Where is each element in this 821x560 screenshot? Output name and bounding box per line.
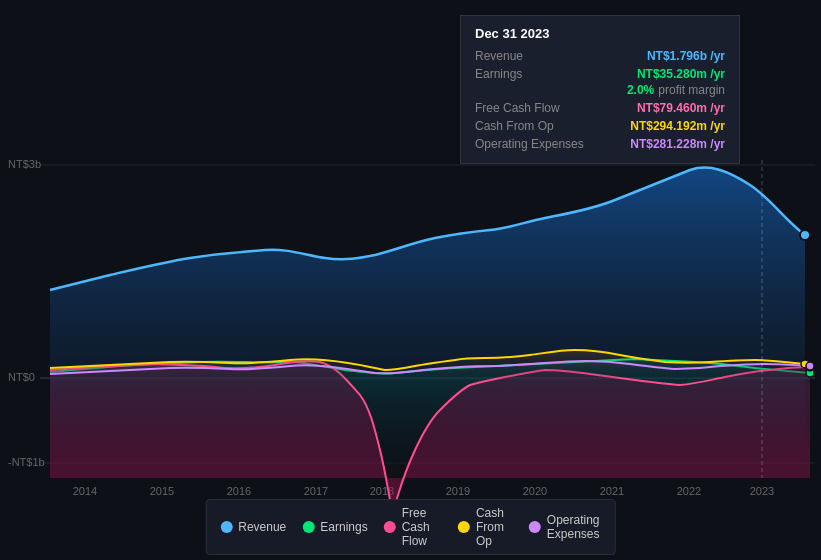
tooltip-date: Dec 31 2023	[475, 26, 725, 41]
revenue-value: NT$1.796b /yr	[647, 49, 725, 63]
legend-item-fcf[interactable]: Free Cash Flow	[384, 506, 442, 548]
legend-item-earnings[interactable]: Earnings	[302, 520, 367, 534]
svg-point-22	[806, 362, 814, 370]
earnings-label: Earnings	[475, 67, 595, 81]
svg-text:2016: 2016	[227, 485, 251, 497]
svg-text:NT$0: NT$0	[8, 371, 35, 383]
svg-text:2019: 2019	[446, 485, 470, 497]
cashfromop-dot	[458, 521, 470, 533]
legend-item-revenue[interactable]: Revenue	[220, 520, 286, 534]
svg-text:2014: 2014	[73, 485, 97, 497]
chart-container: Dec 31 2023 Revenue NT$1.796b /yr Earnin…	[0, 0, 821, 560]
svg-text:2020: 2020	[523, 485, 547, 497]
fcf-label: Free Cash Flow	[475, 101, 595, 115]
profit-label: profit margin	[658, 83, 725, 97]
opex-label: Operating Expenses	[475, 137, 595, 151]
fcf-value: NT$79.460m /yr	[637, 101, 725, 115]
svg-point-18	[800, 230, 810, 240]
earnings-dot	[302, 521, 314, 533]
revenue-dot	[220, 521, 232, 533]
legend-label-revenue: Revenue	[238, 520, 286, 534]
legend-label-fcf: Free Cash Flow	[402, 506, 442, 548]
legend-item-cashfromop[interactable]: Cash From Op	[458, 506, 513, 548]
profit-pct: 2.0%	[627, 83, 654, 97]
tooltip-row-opex: Operating Expenses NT$281.228m /yr	[475, 135, 725, 153]
profit-margin-row: 2.0% profit margin	[475, 83, 725, 99]
svg-text:-NT$1b: -NT$1b	[8, 456, 45, 468]
opex-value: NT$281.228m /yr	[630, 137, 725, 151]
chart-legend: Revenue Earnings Free Cash Flow Cash Fro…	[205, 499, 616, 555]
opex-dot	[529, 521, 541, 533]
svg-text:NT$3b: NT$3b	[8, 158, 41, 170]
tooltip-row-cashfromop: Cash From Op NT$294.192m /yr	[475, 117, 725, 135]
tooltip-box: Dec 31 2023 Revenue NT$1.796b /yr Earnin…	[460, 15, 740, 164]
legend-label-earnings: Earnings	[320, 520, 367, 534]
earnings-value: NT$35.280m /yr	[637, 67, 725, 81]
legend-label-cashfromop: Cash From Op	[476, 506, 513, 548]
svg-text:2017: 2017	[304, 485, 328, 497]
revenue-label: Revenue	[475, 49, 595, 63]
tooltip-row-revenue: Revenue NT$1.796b /yr	[475, 47, 725, 65]
cashfromop-value: NT$294.192m /yr	[630, 119, 725, 133]
svg-text:2022: 2022	[677, 485, 701, 497]
legend-label-opex: Operating Expenses	[547, 513, 601, 541]
cashfromop-label: Cash From Op	[475, 119, 595, 133]
tooltip-row-fcf: Free Cash Flow NT$79.460m /yr	[475, 99, 725, 117]
svg-text:2023: 2023	[750, 485, 774, 497]
tooltip-row-earnings: Earnings NT$35.280m /yr	[475, 65, 725, 83]
svg-text:2015: 2015	[150, 485, 174, 497]
svg-text:2021: 2021	[600, 485, 624, 497]
legend-item-opex[interactable]: Operating Expenses	[529, 513, 601, 541]
fcf-dot	[384, 521, 396, 533]
